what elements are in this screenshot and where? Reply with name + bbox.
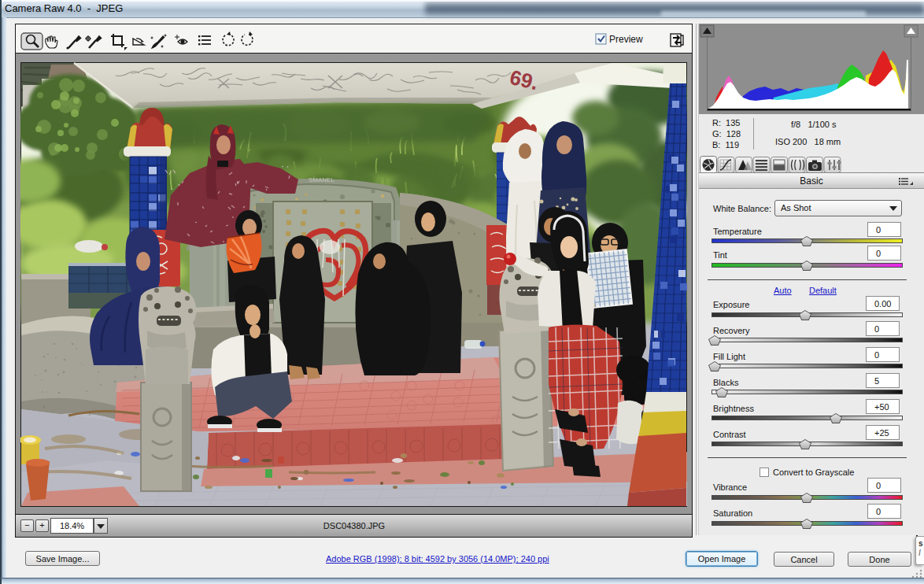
svg-text:SMANEL: SMANEL xyxy=(309,176,334,183)
svg-text:Preview: Preview xyxy=(609,34,643,45)
